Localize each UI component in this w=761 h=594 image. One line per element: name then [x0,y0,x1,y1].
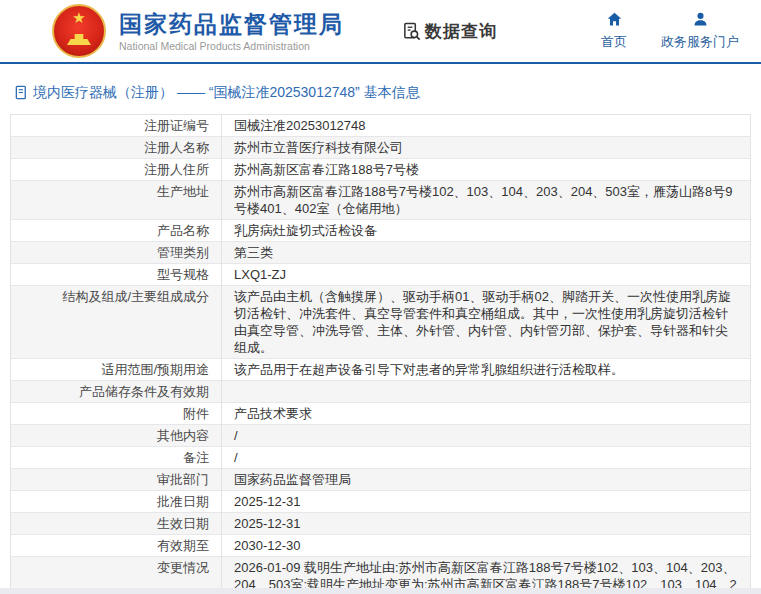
breadcrumb: 境内医疗器械（注册） —— “国械注准20253012748” 基本信息 [0,64,761,110]
table-row: 注册证编号国械注准20253012748 [11,115,750,137]
table-row: 管理类别第三类 [11,242,750,264]
row-value: 国械注准20253012748 [221,115,750,136]
table-row: 附件产品技术要求 [11,403,750,425]
row-label: 结构及组成/主要组成成分 [11,286,221,358]
table-row: 注册人住所苏州高新区富春江路188号7号楼 [11,159,750,181]
row-label: 产品储存条件及有效期 [11,381,221,402]
row-value: 国家药品监督管理局 [221,469,750,490]
table-row: 审批部门国家药品监督管理局 [11,469,750,491]
row-value: LXQ1-ZJ [221,264,750,285]
row-value: 苏州市高新区富春江路188号7号楼102、103、104、203、204、503… [221,181,750,219]
row-label: 其他内容 [11,425,221,446]
home-icon [606,11,623,28]
agency-name-cn: 国家药品监督管理局 [119,11,344,37]
table-row: 备注/ [11,447,750,469]
row-value: 2025-12-31 [221,513,750,534]
info-table: 注册证编号国械注准20253012748注册人名称苏州市立普医疗科技有限公司注册… [10,114,751,594]
table-row: 生产地址苏州市高新区富春江路188号7号楼102、103、104、203、204… [11,181,750,220]
nav-home[interactable]: 首页 [601,11,627,51]
row-label: 生效日期 [11,513,221,534]
agency-brand[interactable]: 国家药品监督管理局 National Medical Products Admi… [52,4,344,58]
table-row: 型号规格LXQ1-ZJ [11,264,750,286]
agency-name-en: National Medical Products Administration [119,40,344,52]
nav-home-label: 首页 [601,33,627,51]
row-label: 注册人住所 [11,159,221,180]
row-label: 注册人名称 [11,137,221,158]
row-label: 有效期至 [11,535,221,556]
table-row: 注册人名称苏州市立普医疗科技有限公司 [11,137,750,159]
agency-name: 国家药品监督管理局 National Medical Products Admi… [119,11,344,52]
row-label: 生产地址 [11,181,221,219]
table-row: 产品名称乳房病灶旋切式活检设备 [11,220,750,242]
document-icon [14,85,29,100]
row-value [221,381,750,402]
row-value: 苏州高新区富春江路188号7号楼 [221,159,750,180]
nav-portal-label: 政务服务门户 [661,33,739,51]
row-value: / [221,425,750,446]
row-label: 型号规格 [11,264,221,285]
row-label: 批准日期 [11,491,221,512]
data-query-label: 数据查询 [425,20,497,43]
user-icon [692,11,709,28]
site-header: 国家药品监督管理局 National Medical Products Admi… [0,0,761,64]
top-nav: 首页 政务服务门户 [601,11,745,51]
row-value: 第三类 [221,242,750,263]
table-row: 适用范围/预期用途该产品用于在超声设备引导下对患者的异常乳腺组织进行活检取样。 [11,359,750,381]
row-value: 乳房病灶旋切式活检设备 [221,220,750,241]
row-value: 该产品用于在超声设备引导下对患者的异常乳腺组织进行活检取样。 [221,359,750,380]
table-row: 其他内容/ [11,425,750,447]
row-label: 备注 [11,447,221,468]
bottom-band [0,588,761,594]
table-row: 有效期至2030-12-30 [11,535,750,557]
table-row: 产品储存条件及有效期 [11,381,750,403]
row-label: 注册证编号 [11,115,221,136]
row-value: 苏州市立普医疗科技有限公司 [221,137,750,158]
row-value: 该产品由主机（含触摸屏）、驱动手柄01、驱动手柄02、脚踏开关、一次性使用乳房旋… [221,286,750,358]
table-row: 生效日期2025-12-31 [11,513,750,535]
nav-portal[interactable]: 政务服务门户 [661,11,739,51]
row-label: 适用范围/预期用途 [11,359,221,380]
row-label: 附件 [11,403,221,424]
row-label: 审批部门 [11,469,221,490]
national-emblem-logo [52,4,106,58]
data-query-nav[interactable]: 数据查询 [402,20,497,43]
row-value: 2030-12-30 [221,535,750,556]
breadcrumb-text: 境内医疗器械（注册） —— “国械注准20253012748” 基本信息 [33,84,420,101]
table-row: 批准日期2025-12-31 [11,491,750,513]
row-value: 产品技术要求 [221,403,750,424]
row-label: 管理类别 [11,242,221,263]
table-row: 结构及组成/主要组成成分该产品由主机（含触摸屏）、驱动手柄01、驱动手柄02、脚… [11,286,750,359]
row-value: / [221,447,750,468]
row-value: 2025-12-31 [221,491,750,512]
data-query-icon [402,22,421,41]
row-label: 产品名称 [11,220,221,241]
